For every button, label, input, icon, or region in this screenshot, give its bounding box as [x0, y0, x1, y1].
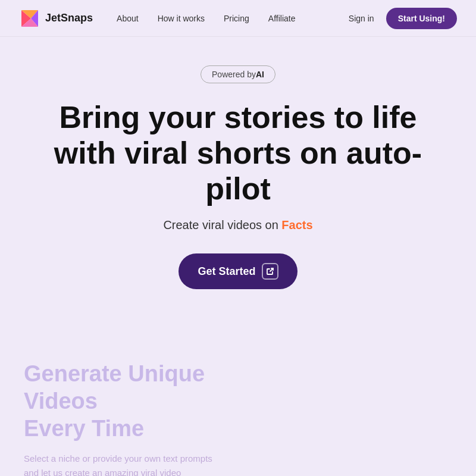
ai-text: AI: [256, 70, 264, 79]
nav-right: Sign in Start Using!: [349, 8, 457, 29]
hero-title-line2: with viral shorts on auto-pilot: [54, 136, 422, 206]
logo-icon: [19, 8, 40, 29]
lower-title: Generate Unique Videos Every Time: [24, 361, 250, 442]
powered-by-text: Powered by: [212, 70, 256, 79]
hero-section: Powered by AI Bring your stories to life…: [0, 37, 476, 289]
nav-pricing[interactable]: Pricing: [224, 14, 249, 23]
lower-title-line1: Generate Unique Videos: [24, 361, 205, 414]
powered-badge: Powered by AI: [201, 65, 275, 83]
lower-description: Select a niche or provide your own text …: [24, 452, 214, 476]
hero-subtitle: Create viral videos on Facts: [163, 218, 312, 232]
nav-affiliate[interactable]: Affiliate: [268, 14, 296, 23]
nav-links: About How it works Pricing Affiliate: [117, 14, 349, 23]
hero-title: Bring your stories to life with viral sh…: [36, 100, 440, 206]
navbar: JetSnaps About How it works Pricing Affi…: [0, 0, 476, 37]
get-started-button[interactable]: Get Started: [178, 253, 297, 289]
lower-title-line2: Every Time: [24, 416, 144, 441]
nav-how-it-works[interactable]: How it works: [158, 14, 205, 23]
get-started-label: Get Started: [198, 265, 255, 278]
subtitle-pre: Create viral videos on: [163, 218, 281, 231]
sign-in-link[interactable]: Sign in: [349, 14, 374, 23]
nav-about[interactable]: About: [117, 14, 139, 23]
logo-link[interactable]: JetSnaps: [19, 8, 93, 29]
start-using-button[interactable]: Start Using!: [386, 8, 457, 29]
subtitle-highlight: Facts: [281, 218, 312, 231]
get-started-icon: [262, 263, 278, 280]
lower-section: Generate Unique Videos Every Time Select…: [0, 337, 476, 476]
hero-title-line1: Bring your stories to life: [60, 100, 417, 134]
logo-text: JetSnaps: [45, 12, 93, 24]
